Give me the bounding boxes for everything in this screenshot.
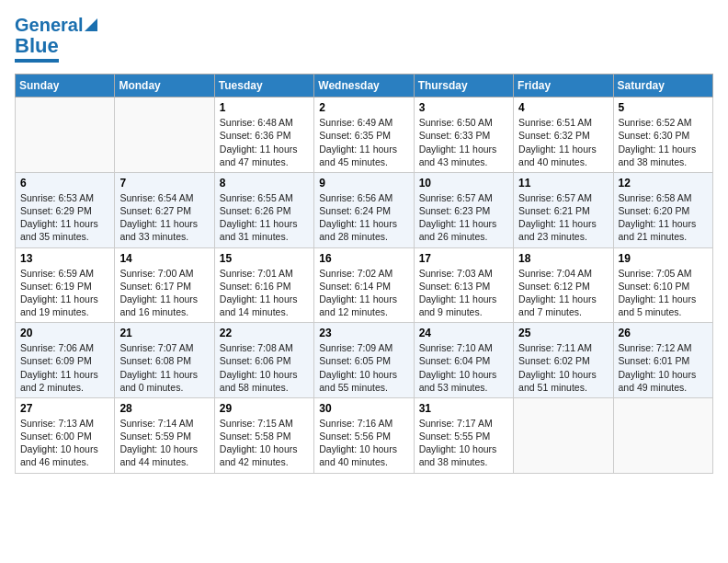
day-info: Sunrise: 7:02 AMSunset: 6:14 PMDaylight:…: [319, 267, 408, 319]
calendar-cell: 23Sunrise: 7:09 AMSunset: 6:05 PMDayligh…: [314, 323, 414, 398]
day-number: 29: [220, 402, 309, 415]
calendar-cell: 10Sunrise: 6:57 AMSunset: 6:23 PMDayligh…: [414, 172, 513, 247]
column-header-saturday: Saturday: [613, 75, 712, 98]
column-header-wednesday: Wednesday: [314, 75, 414, 98]
calendar-week-row: 13Sunrise: 6:59 AMSunset: 6:19 PMDayligh…: [16, 247, 713, 323]
calendar-cell: 4Sunrise: 6:51 AMSunset: 6:32 PMDaylight…: [514, 98, 613, 173]
day-info: Sunrise: 7:09 AMSunset: 6:05 PMDaylight:…: [319, 341, 408, 394]
day-info: Sunrise: 7:01 AMSunset: 6:16 PMDaylight:…: [220, 267, 309, 319]
column-header-friday: Friday: [514, 75, 613, 98]
day-info: Sunrise: 7:04 AMSunset: 6:12 PMDaylight:…: [518, 267, 608, 319]
day-info: Sunrise: 7:16 AMSunset: 5:56 PMDaylight:…: [319, 417, 408, 469]
calendar-cell: 15Sunrise: 7:01 AMSunset: 6:16 PMDayligh…: [214, 247, 313, 323]
column-header-thursday: Thursday: [414, 75, 513, 98]
calendar-cell: [16, 98, 115, 173]
day-number: 11: [518, 177, 608, 190]
calendar-cell: 27Sunrise: 7:13 AMSunset: 6:00 PMDayligh…: [16, 397, 115, 473]
day-number: 13: [20, 252, 109, 265]
day-info: Sunrise: 6:57 AMSunset: 6:21 PMDaylight:…: [518, 191, 608, 244]
calendar-cell: 12Sunrise: 6:58 AMSunset: 6:20 PMDayligh…: [613, 172, 712, 247]
day-number: 24: [419, 327, 508, 339]
day-info: Sunrise: 7:03 AMSunset: 6:13 PMDaylight:…: [419, 267, 508, 319]
day-number: 5: [619, 101, 708, 114]
day-info: Sunrise: 7:10 AMSunset: 6:04 PMDaylight:…: [419, 341, 508, 394]
calendar-cell: 30Sunrise: 7:16 AMSunset: 5:56 PMDayligh…: [314, 397, 414, 473]
day-info: Sunrise: 6:48 AMSunset: 6:36 PMDaylight:…: [220, 116, 309, 168]
day-info: Sunrise: 6:53 AMSunset: 6:29 PMDaylight:…: [20, 191, 109, 244]
calendar-cell: 20Sunrise: 7:06 AMSunset: 6:09 PMDayligh…: [16, 323, 115, 398]
column-header-tuesday: Tuesday: [214, 75, 313, 98]
day-number: 10: [419, 177, 508, 190]
calendar-week-row: 1Sunrise: 6:48 AMSunset: 6:36 PMDaylight…: [16, 98, 713, 173]
logo-blue-text: Blue: [15, 35, 59, 57]
calendar-cell: 24Sunrise: 7:10 AMSunset: 6:04 PMDayligh…: [414, 323, 513, 398]
calendar-header-row: SundayMondayTuesdayWednesdayThursdayFrid…: [16, 75, 713, 98]
logo: General Blue: [15, 15, 97, 63]
day-info: Sunrise: 6:55 AMSunset: 6:26 PMDaylight:…: [220, 191, 309, 244]
day-number: 20: [20, 327, 109, 339]
logo-text: General: [15, 15, 83, 35]
day-number: 16: [319, 252, 408, 265]
day-number: 2: [319, 101, 408, 114]
calendar-cell: 7Sunrise: 6:54 AMSunset: 6:27 PMDaylight…: [115, 172, 214, 247]
calendar-cell: 1Sunrise: 6:48 AMSunset: 6:36 PMDaylight…: [214, 98, 313, 173]
calendar-cell: 17Sunrise: 7:03 AMSunset: 6:13 PMDayligh…: [414, 247, 513, 323]
day-number: 30: [319, 402, 408, 415]
day-number: 17: [419, 252, 508, 265]
calendar-cell: 8Sunrise: 6:55 AMSunset: 6:26 PMDaylight…: [214, 172, 313, 247]
day-number: 22: [220, 327, 309, 339]
calendar-cell: [514, 397, 613, 473]
calendar-cell: 25Sunrise: 7:11 AMSunset: 6:02 PMDayligh…: [514, 323, 613, 398]
day-info: Sunrise: 6:51 AMSunset: 6:32 PMDaylight:…: [518, 116, 608, 168]
day-number: 12: [619, 177, 708, 190]
day-number: 9: [319, 177, 408, 190]
day-number: 23: [319, 327, 408, 339]
day-info: Sunrise: 7:17 AMSunset: 5:55 PMDaylight:…: [419, 417, 508, 469]
day-info: Sunrise: 6:59 AMSunset: 6:19 PMDaylight:…: [20, 267, 109, 319]
day-number: 7: [119, 177, 209, 190]
day-number: 1: [220, 101, 309, 114]
calendar-cell: 28Sunrise: 7:14 AMSunset: 5:59 PMDayligh…: [115, 397, 214, 473]
calendar-week-row: 6Sunrise: 6:53 AMSunset: 6:29 PMDaylight…: [16, 172, 713, 247]
calendar-cell: [115, 98, 214, 173]
day-info: Sunrise: 7:08 AMSunset: 6:06 PMDaylight:…: [220, 341, 309, 394]
day-info: Sunrise: 7:05 AMSunset: 6:10 PMDaylight:…: [619, 267, 708, 319]
calendar-cell: 21Sunrise: 7:07 AMSunset: 6:08 PMDayligh…: [115, 323, 214, 398]
day-info: Sunrise: 7:07 AMSunset: 6:08 PMDaylight:…: [119, 341, 209, 394]
column-header-monday: Monday: [115, 75, 214, 98]
day-number: 8: [220, 177, 309, 190]
logo-triangle-icon: [85, 18, 97, 31]
calendar-cell: 11Sunrise: 6:57 AMSunset: 6:21 PMDayligh…: [514, 172, 613, 247]
calendar-week-row: 27Sunrise: 7:13 AMSunset: 6:00 PMDayligh…: [16, 397, 713, 473]
day-number: 18: [518, 252, 608, 265]
day-number: 14: [119, 252, 209, 265]
day-number: 4: [518, 101, 608, 114]
calendar-cell: 22Sunrise: 7:08 AMSunset: 6:06 PMDayligh…: [214, 323, 313, 398]
day-info: Sunrise: 6:57 AMSunset: 6:23 PMDaylight:…: [419, 191, 508, 244]
calendar-week-row: 20Sunrise: 7:06 AMSunset: 6:09 PMDayligh…: [16, 323, 713, 398]
calendar-cell: 14Sunrise: 7:00 AMSunset: 6:17 PMDayligh…: [115, 247, 214, 323]
day-info: Sunrise: 7:06 AMSunset: 6:09 PMDaylight:…: [20, 341, 109, 394]
calendar-cell: 29Sunrise: 7:15 AMSunset: 5:58 PMDayligh…: [214, 397, 313, 473]
day-number: 15: [220, 252, 309, 265]
day-info: Sunrise: 7:15 AMSunset: 5:58 PMDaylight:…: [220, 417, 309, 469]
calendar-cell: 16Sunrise: 7:02 AMSunset: 6:14 PMDayligh…: [314, 247, 414, 323]
day-number: 19: [619, 252, 708, 265]
day-info: Sunrise: 6:58 AMSunset: 6:20 PMDaylight:…: [619, 191, 708, 244]
calendar-cell: 31Sunrise: 7:17 AMSunset: 5:55 PMDayligh…: [414, 397, 513, 473]
day-number: 28: [119, 402, 209, 415]
page-header: General Blue: [15, 15, 713, 63]
day-info: Sunrise: 7:14 AMSunset: 5:59 PMDaylight:…: [119, 417, 209, 469]
day-info: Sunrise: 7:13 AMSunset: 6:00 PMDaylight:…: [20, 417, 109, 469]
calendar-cell: [613, 397, 712, 473]
day-number: 6: [20, 177, 109, 190]
day-info: Sunrise: 6:50 AMSunset: 6:33 PMDaylight:…: [419, 116, 508, 168]
day-number: 25: [518, 327, 608, 339]
calendar-cell: 9Sunrise: 6:56 AMSunset: 6:24 PMDaylight…: [314, 172, 414, 247]
calendar-cell: 2Sunrise: 6:49 AMSunset: 6:35 PMDaylight…: [314, 98, 414, 173]
day-info: Sunrise: 6:56 AMSunset: 6:24 PMDaylight:…: [319, 191, 408, 244]
logo-underline: [15, 59, 59, 63]
day-info: Sunrise: 6:52 AMSunset: 6:30 PMDaylight:…: [619, 116, 708, 168]
calendar-cell: 13Sunrise: 6:59 AMSunset: 6:19 PMDayligh…: [16, 247, 115, 323]
calendar-cell: 18Sunrise: 7:04 AMSunset: 6:12 PMDayligh…: [514, 247, 613, 323]
